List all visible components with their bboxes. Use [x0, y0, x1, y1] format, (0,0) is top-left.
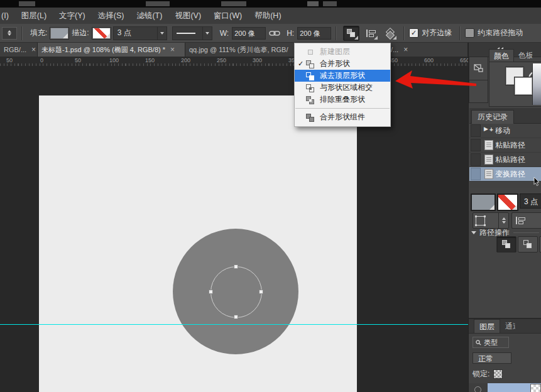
document-work-area[interactable]	[0, 66, 468, 392]
menu-item-new-layer: 新建图层	[295, 46, 390, 58]
combine-shapes-button[interactable]	[496, 236, 516, 253]
menu-item-exclude-overlapping-shapes[interactable]: 排除重叠形状	[295, 94, 390, 106]
close-icon[interactable]: ×	[403, 45, 408, 54]
menu-item-label: 与形状区域相交	[320, 82, 373, 93]
chevron-down-icon	[202, 27, 212, 40]
document-tab[interactable]: RGB/... ×	[0, 43, 38, 57]
path-arrange-button[interactable]	[382, 26, 397, 40]
history-item-label: 变换路径	[495, 169, 525, 180]
menu-image-partial[interactable]: (I)	[0, 11, 15, 20]
paste-path-icon	[484, 140, 493, 150]
history-item-label: 粘贴路径	[495, 155, 525, 165]
layers-panel-tabs: 图层 通道	[469, 319, 541, 334]
canvas[interactable]	[39, 95, 357, 392]
stepper-icon[interactable]	[498, 213, 508, 228]
collapsed-panel-button[interactable]	[469, 80, 488, 103]
close-icon[interactable]: ×	[170, 45, 175, 54]
stroke-width-dropdown[interactable]: 3 点	[113, 26, 167, 40]
cyan-guide-line[interactable]	[0, 324, 468, 325]
swatch-corner-icon	[105, 33, 110, 38]
link-dimensions-icon[interactable]	[269, 30, 280, 37]
menu-item-label: 新建图层	[320, 46, 350, 57]
menu-layer[interactable]: 图层(L)	[15, 11, 53, 21]
menu-type[interactable]: 文字(Y)	[53, 11, 92, 21]
fill-swatch[interactable]	[50, 28, 68, 39]
menu-filter[interactable]: 滤镜(T)	[130, 11, 168, 21]
lock-transparency-icon[interactable]	[493, 369, 503, 379]
menu-help[interactable]: 帮助(H)	[248, 11, 287, 21]
history-item[interactable]: 移动	[469, 124, 541, 138]
tab-channels[interactable]: 通道	[500, 319, 515, 333]
tab-layers[interactable]: 图层	[474, 319, 500, 333]
solid-line-icon	[177, 33, 195, 34]
tab-swatches[interactable]: 色板	[514, 49, 532, 62]
history-source-checkbox[interactable]	[471, 124, 481, 137]
intersect-shapes-icon	[306, 84, 315, 92]
history-item[interactable]: 粘贴路径	[469, 153, 541, 167]
color-ramp[interactable]	[532, 63, 541, 105]
path-alignment-button[interactable]	[363, 26, 378, 40]
shape-properties-button[interactable]	[473, 212, 509, 229]
history-item[interactable]: 粘贴路径	[469, 138, 541, 153]
menu-select[interactable]: 选择(S)	[92, 11, 131, 21]
align-edges-checkbox[interactable]: ✓	[409, 28, 418, 38]
properties-stroke-swatch[interactable]	[497, 193, 518, 211]
path-anchor-bottom[interactable]	[234, 315, 238, 319]
height-label: H:	[287, 29, 294, 38]
divider	[459, 26, 461, 40]
height-input[interactable]: 200 像	[297, 27, 331, 40]
lock-row: 锁定:	[473, 369, 503, 379]
layer-row[interactable]	[469, 383, 541, 392]
close-icon[interactable]: ×	[31, 45, 36, 54]
inner-ellipse-path[interactable]	[210, 266, 262, 318]
menu-item-label: 排除重叠形状	[320, 94, 365, 105]
path-anchor-right[interactable]	[259, 290, 263, 294]
history-item-selected[interactable]: 变换路径	[469, 167, 541, 182]
menu-item-combine-shapes[interactable]: ✓ 合并形状	[295, 58, 390, 70]
constrain-path-drag-checkbox[interactable]	[465, 28, 474, 38]
menu-item-intersect-shape-areas[interactable]: 与形状区域相交	[295, 82, 390, 94]
tool-preset-dropdown[interactable]	[2, 27, 17, 40]
blend-mode-dropdown[interactable]: 正常	[473, 352, 511, 364]
chevron-down-icon	[157, 27, 167, 40]
ruler-number: 600	[424, 57, 434, 63]
properties-fill-swatch[interactable]	[471, 193, 496, 211]
path-alignment-panel-button[interactable]	[511, 212, 541, 229]
path-operations-menu: 新建图层 ✓ 合并形状 减去顶层形状 与形状区域相交 排除重叠形状 合并形状组件	[294, 43, 391, 127]
path-anchor-top[interactable]	[234, 264, 238, 269]
layer-thumbnail[interactable]	[530, 384, 541, 392]
layer-filter-dropdown[interactable]: 类型	[473, 337, 509, 348]
menu-item-merge-shape-components[interactable]: 合并形状组件	[295, 111, 390, 123]
tab-color[interactable]: 颜色	[489, 49, 514, 62]
menu-item-subtract-front-shape[interactable]: 减去顶层形状	[295, 70, 390, 82]
align-edges-label: 对齐边缘	[422, 28, 452, 38]
horizontal-ruler[interactable]: 5005010015020025030035040045050055060065…	[0, 57, 468, 67]
visibility-eye-icon[interactable]	[474, 386, 481, 392]
color-panel	[489, 62, 541, 107]
history-source-checkbox[interactable]	[471, 153, 481, 166]
new-layer-icon	[306, 48, 315, 57]
background-color-swatch[interactable]	[515, 77, 532, 95]
tab-history[interactable]: 历史记录	[471, 110, 514, 124]
chevron-corner-icon	[393, 36, 396, 40]
path-operations-button[interactable]	[343, 26, 359, 41]
stroke-swatch[interactable]	[92, 28, 111, 39]
history-source-checkbox[interactable]	[471, 139, 481, 151]
divider	[21, 26, 23, 40]
titlebar-sliver	[0, 0, 541, 8]
menu-view[interactable]: 视图(V)	[168, 11, 207, 21]
history-item-label: 移动	[495, 126, 510, 136]
properties-stroke-width[interactable]: 3 点	[520, 193, 541, 209]
path-anchor-left[interactable]	[209, 290, 213, 294]
layer-selection[interactable]	[488, 383, 541, 392]
merge-shape-components-icon	[306, 113, 315, 122]
history-source-checkbox[interactable]	[471, 168, 481, 180]
document-tab-active[interactable]: 未标题-1.psd @ 108% (椭圆 4, RGB/8) * ×	[38, 43, 185, 57]
right-panel-dock: 颜色 色板 历史记录 移动 粘贴路径	[468, 43, 541, 392]
width-input[interactable]: 200 像	[232, 27, 266, 40]
subtract-shape-button[interactable]	[518, 236, 538, 253]
disclosure-triangle-icon	[471, 231, 476, 234]
menu-window[interactable]: 窗口(W)	[207, 11, 248, 21]
stroke-style-dropdown[interactable]	[172, 26, 212, 40]
collapsed-panel-button[interactable]	[469, 57, 488, 80]
